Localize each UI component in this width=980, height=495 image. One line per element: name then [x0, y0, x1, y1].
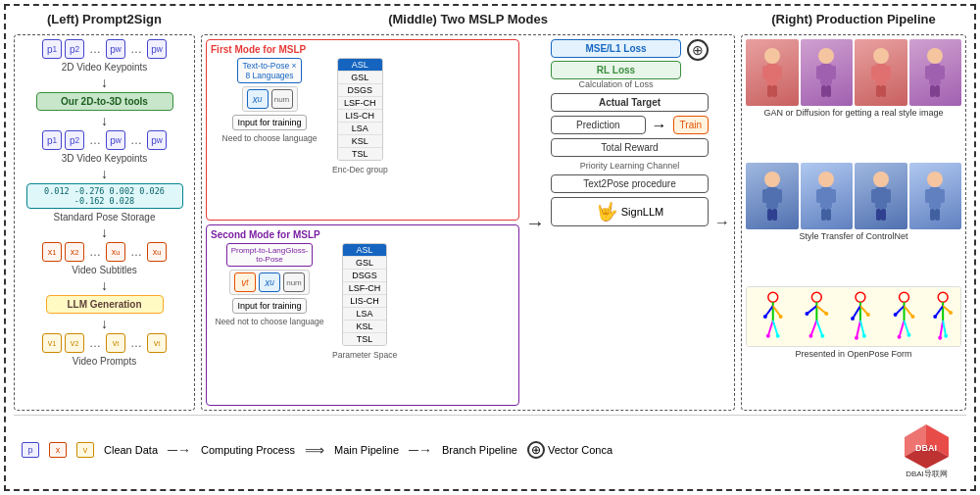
svg-rect-40 [876, 209, 881, 221]
svg-rect-17 [881, 85, 886, 97]
dbai-logo: DBAI [895, 420, 958, 469]
svg-rect-9 [829, 66, 836, 79]
svg-point-42 [927, 172, 943, 187]
arrow3: ↓ [101, 167, 108, 180]
lsa2-item: LSA [343, 308, 387, 321]
storage-label: Standard Pose Storage [54, 212, 156, 223]
img-section-2: Style Transfer of ControlNet [746, 163, 961, 282]
dots1: … [87, 39, 103, 59]
clean-data-label: Clean Data [104, 444, 158, 456]
gsl-item: GSL [338, 72, 382, 84]
loss-boxes: MSE/L1 Loss RL Loss Calculation of Loss [551, 39, 681, 89]
svg-rect-44 [925, 189, 932, 203]
rl-group: RL Loss Calculation of Loss [551, 61, 681, 89]
signllm-box: 🤟 SignLLM [551, 197, 709, 226]
svg-point-76 [866, 313, 870, 317]
encdec-label: Enc-Dec group [332, 165, 388, 174]
x2-token: x2 [65, 242, 84, 262]
svg-point-36 [873, 172, 889, 187]
svg-point-75 [851, 317, 855, 321]
train-box: Train [673, 116, 709, 134]
lsa-item: LSA [338, 123, 382, 135]
img-section-3: Presented in OpenPose Form [746, 286, 961, 406]
keypoints-3d-row: p1 p2 … pw … pw [42, 130, 167, 150]
right-label-1: GAN or Diffusion for getting a real styl… [746, 108, 961, 118]
oplus-icon: ⊕ [687, 39, 709, 61]
photo-1b [801, 39, 854, 106]
svg-rect-4 [767, 85, 772, 97]
svg-rect-10 [821, 85, 826, 97]
legend-x: x [49, 442, 67, 458]
right-panel: GAN or Diffusion for getting a real styl… [741, 34, 966, 411]
legend-p-box: p [22, 442, 39, 458]
vt2-token: vt [147, 333, 167, 353]
svg-point-56 [779, 315, 783, 319]
openpose-svg [747, 287, 960, 347]
param-label: Parameter Space [332, 350, 397, 360]
middle-panel: First Mode for MSLP Text-to-Pose ×8 Lang… [201, 34, 735, 411]
mse-box: MSE/L1 Loss [551, 39, 681, 58]
thin-arrow-icon: ─→ [168, 442, 191, 458]
svg-point-88 [907, 333, 911, 337]
second-mode-box: Second Mode for MSLP Prompt-to-LangGloss… [206, 224, 519, 406]
svg-point-77 [855, 336, 858, 340]
svg-rect-26 [762, 189, 769, 203]
svg-rect-39 [884, 189, 891, 203]
actual-target-box: Actual Target [551, 93, 709, 112]
svg-rect-47 [935, 209, 940, 221]
first-mode-inner: Text-to-Pose ×8 Languages xu num Input f… [211, 58, 514, 174]
svg-point-97 [938, 336, 942, 340]
svg-rect-32 [816, 189, 823, 203]
dots6: … [128, 242, 144, 262]
svg-rect-14 [871, 66, 878, 79]
second-mode-left: Prompt-to-LangGloss-to-Pose vt xu num In… [211, 243, 328, 326]
vt1-token: vt [106, 333, 125, 353]
p2-token: p2 [65, 39, 84, 59]
svg-point-87 [898, 335, 902, 339]
svg-point-66 [824, 312, 828, 316]
svg-rect-35 [826, 209, 831, 221]
svg-rect-5 [772, 85, 777, 97]
video-prompts-row: v1 v2 … vt … vt [42, 333, 167, 353]
kp3d-label: 3D Video Keypoints [62, 153, 148, 164]
total-reward-box: Total Reward [551, 138, 709, 157]
svg-rect-28 [767, 209, 772, 221]
svg-rect-34 [821, 209, 826, 221]
svg-point-24 [764, 172, 780, 187]
dots2: … [128, 39, 144, 59]
lsfch-item: LSF-CH [338, 97, 382, 110]
svg-point-6 [818, 48, 834, 64]
svg-rect-16 [876, 85, 881, 97]
dsgs-item: DSGS [338, 84, 382, 97]
first-input-label: Input for training [232, 115, 306, 130]
calc-label: Calculation of Loss [551, 79, 681, 89]
svg-point-67 [808, 334, 812, 338]
text2pose-box: Text2Pose procedure [551, 174, 709, 193]
dots5: … [87, 242, 103, 262]
svg-point-85 [894, 313, 898, 317]
first-mode-left: Text-to-Pose ×8 Languages xu num Input f… [211, 58, 328, 143]
subtitles-label: Video Subtitles [72, 265, 137, 275]
photo-2b [801, 163, 854, 229]
logo-subtitle: DBAI导联网 [906, 469, 948, 479]
v2-token: v2 [65, 333, 84, 353]
loss-row: MSE/L1 Loss RL Loss Calculation of Loss … [551, 39, 709, 89]
middle-right: MSE/L1 Loss RL Loss Calculation of Loss … [551, 39, 709, 406]
right-label-2: Style Transfer of ControlNet [746, 231, 961, 241]
right-label-3: Presented in OpenPose Form [746, 349, 961, 359]
first-token-row: xu num [242, 86, 298, 112]
subtitles-row: x1 x2 … xu … xu [42, 242, 167, 262]
mid-to-right-arrow: → [714, 39, 730, 406]
signllm-label: SignLLM [621, 206, 663, 218]
ksl2-item: KSL [343, 321, 387, 333]
photo-strip-1 [746, 39, 961, 106]
left-title: (Left) Prompt2Sign [14, 12, 195, 26]
prediction-row: Prediction → Train [551, 116, 709, 134]
svg-rect-23 [935, 85, 940, 97]
svg-point-58 [776, 334, 780, 338]
svg-point-65 [805, 312, 808, 316]
storage-box: 0.012 -0.276 0.002 0.026 -0.162 0.028 [26, 183, 183, 209]
tsl2-item: TSL [343, 333, 387, 345]
first-mode-box: First Mode for MSLP Text-to-Pose ×8 Lang… [206, 39, 519, 221]
svg-rect-2 [762, 66, 769, 79]
